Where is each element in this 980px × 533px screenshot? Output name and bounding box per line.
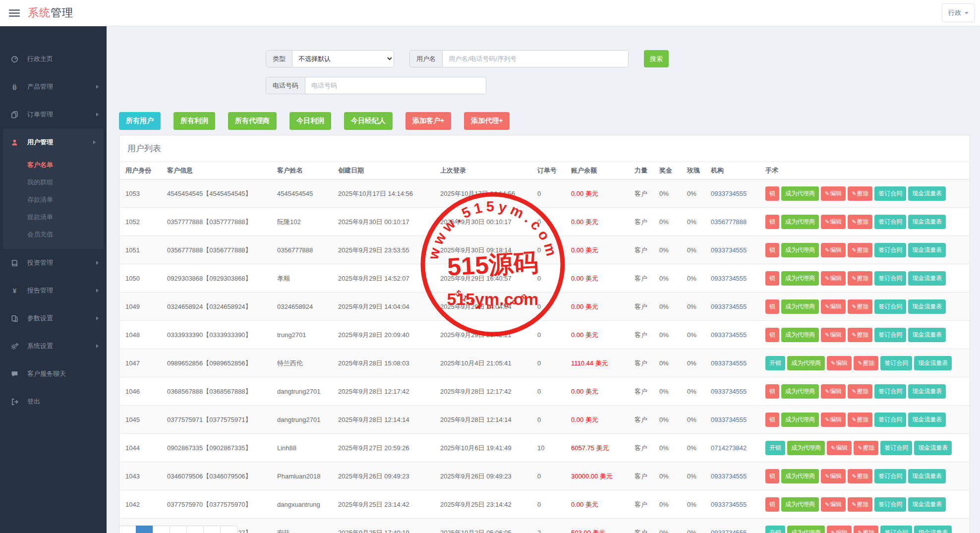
lock-button[interactable]: 锁 bbox=[765, 299, 779, 314]
sidebar-item-chat[interactable]: 客户服务聊天 bbox=[0, 360, 107, 388]
lock-button[interactable]: 锁 bbox=[765, 186, 779, 201]
edit-button[interactable]: ✎编辑 bbox=[821, 384, 846, 399]
sign-contract-button[interactable]: 签订合同 bbox=[874, 413, 906, 427]
become-agent-button[interactable]: 成为代理商 bbox=[781, 469, 819, 483]
sign-contract-button[interactable]: 签订合同 bbox=[874, 243, 906, 257]
lock-button[interactable]: 锁 bbox=[765, 271, 779, 286]
edit-button[interactable]: ✎编辑 bbox=[821, 271, 846, 286]
cashflow-button[interactable]: 现金流量表 bbox=[908, 384, 946, 399]
sidebar-subitem-groups[interactable]: 我的群组 bbox=[3, 174, 104, 191]
erase-button[interactable]: ✎擦除 bbox=[848, 497, 872, 512]
edit-button[interactable]: ✎编辑 bbox=[827, 356, 852, 370]
cashflow-button[interactable]: 现金流量表 bbox=[914, 356, 952, 370]
edit-button[interactable]: ✎编辑 bbox=[821, 186, 846, 201]
add-agent-button[interactable]: 添加代理+ bbox=[464, 112, 510, 130]
all-profit-button[interactable]: 所有利润 bbox=[173, 112, 215, 130]
page-3[interactable]: 3 bbox=[170, 526, 187, 533]
edit-button[interactable]: ✎编辑 bbox=[821, 299, 846, 314]
sidebar-item-orders[interactable]: 订单管理 bbox=[0, 101, 107, 128]
cashflow-button[interactable]: 现金流量表 bbox=[908, 469, 946, 483]
edit-button[interactable]: ✎编辑 bbox=[821, 215, 846, 229]
cell-org-value[interactable]: 0933734555 bbox=[711, 473, 747, 480]
unlock-button[interactable]: 开锁 bbox=[765, 526, 785, 533]
page-next[interactable]: » bbox=[220, 526, 237, 533]
sidebar-item-users[interactable]: 用户管理 bbox=[3, 128, 104, 156]
sidebar-item-settings[interactable]: 系统设置 bbox=[0, 332, 107, 360]
sidebar-item-invest[interactable]: 投资管理 bbox=[0, 249, 107, 277]
cashflow-button[interactable]: 现金流量表 bbox=[908, 215, 946, 229]
sign-contract-button[interactable]: 签订合同 bbox=[874, 469, 906, 483]
sign-contract-button[interactable]: 签订合同 bbox=[880, 356, 912, 370]
sign-contract-button[interactable]: 签订合同 bbox=[874, 299, 906, 314]
sidebar-subitem-recharge[interactable]: 会员充值 bbox=[3, 226, 104, 243]
become-agent-button[interactable]: 成为代理商 bbox=[787, 356, 825, 370]
page-1[interactable]: 1 bbox=[136, 526, 153, 533]
edit-button[interactable]: ✎编辑 bbox=[821, 497, 846, 512]
lock-button[interactable]: 锁 bbox=[765, 328, 779, 342]
search-button[interactable]: 搜索 bbox=[644, 50, 669, 67]
cashflow-button[interactable]: 现金流量表 bbox=[914, 441, 952, 455]
cashflow-button[interactable]: 现金流量表 bbox=[908, 497, 946, 512]
sign-contract-button[interactable]: 签订合同 bbox=[874, 271, 906, 286]
lock-button[interactable]: 锁 bbox=[765, 497, 779, 512]
cashflow-button[interactable]: 现金流量表 bbox=[908, 271, 946, 286]
edit-button[interactable]: ✎编辑 bbox=[821, 413, 846, 427]
add-client-button[interactable]: 添加客户+ bbox=[405, 112, 451, 130]
admin-dropdown-button[interactable]: 行政 bbox=[942, 3, 975, 22]
sidebar-subitem-customers[interactable]: 客户名单 bbox=[3, 156, 104, 174]
edit-button[interactable]: ✎编辑 bbox=[821, 469, 846, 483]
become-agent-button[interactable]: 成为代理商 bbox=[781, 328, 819, 342]
all-agents-button[interactable]: 所有代理商 bbox=[228, 112, 277, 130]
edit-button[interactable]: ✎编辑 bbox=[827, 441, 852, 455]
sidebar-item-dashboard[interactable]: 行政主页 bbox=[0, 45, 107, 73]
cashflow-button[interactable]: 现金流量表 bbox=[908, 243, 946, 257]
erase-button[interactable]: ✎擦除 bbox=[848, 215, 872, 229]
erase-button[interactable]: ✎擦除 bbox=[848, 186, 872, 201]
become-agent-button[interactable]: 成为代理商 bbox=[781, 413, 819, 427]
erase-button[interactable]: ✎擦除 bbox=[848, 413, 872, 427]
cell-org-value[interactable]: 0356777888 bbox=[711, 218, 747, 226]
today-profit-button[interactable]: 今日利润 bbox=[289, 112, 331, 130]
erase-button[interactable]: ✎擦除 bbox=[854, 356, 878, 370]
today-broker-button[interactable]: 今日经纪人 bbox=[344, 112, 393, 130]
cell-org-value[interactable]: 0933734555 bbox=[711, 246, 747, 254]
become-agent-button[interactable]: 成为代理商 bbox=[781, 243, 819, 257]
become-agent-button[interactable]: 成为代理商 bbox=[781, 384, 819, 399]
cell-org-value[interactable]: 0933734555 bbox=[711, 331, 747, 339]
sign-contract-button[interactable]: 签订合同 bbox=[880, 441, 912, 455]
cashflow-button[interactable]: 现金流量表 bbox=[908, 413, 946, 427]
sidebar-item-reports[interactable]: ¥报告管理 bbox=[0, 277, 107, 304]
edit-button[interactable]: ✎编辑 bbox=[821, 328, 846, 342]
become-agent-button[interactable]: 成为代理商 bbox=[787, 441, 825, 455]
become-agent-button[interactable]: 成为代理商 bbox=[781, 271, 819, 286]
cell-org-value[interactable]: 0933734555 bbox=[711, 359, 747, 367]
lock-button[interactable]: 锁 bbox=[765, 243, 779, 257]
sign-contract-button[interactable]: 签订合同 bbox=[874, 384, 906, 399]
cell-org-value[interactable]: 0933734555 bbox=[711, 388, 747, 395]
sign-contract-button[interactable]: 签订合同 bbox=[880, 526, 912, 533]
sidebar-item-params[interactable]: 参数设置 bbox=[0, 304, 107, 332]
menu-toggle-icon[interactable] bbox=[9, 8, 20, 18]
cell-org-value[interactable]: 0714273842 bbox=[711, 444, 747, 452]
erase-button[interactable]: ✎擦除 bbox=[848, 384, 872, 399]
cell-org-value[interactable]: 0933734555 bbox=[711, 416, 747, 423]
cell-org-value[interactable]: 0933734555 bbox=[711, 303, 747, 310]
edit-button[interactable]: ✎编辑 bbox=[827, 526, 852, 533]
cashflow-button[interactable]: 现金流量表 bbox=[908, 186, 946, 201]
lock-button[interactable]: 锁 bbox=[765, 215, 779, 229]
page-2[interactable]: 2 bbox=[153, 526, 170, 533]
become-agent-button[interactable]: 成为代理商 bbox=[787, 526, 825, 533]
page-prev[interactable]: « bbox=[119, 526, 136, 533]
sign-contract-button[interactable]: 签订合同 bbox=[874, 186, 906, 201]
cell-org-value[interactable]: 0933734555 bbox=[711, 501, 747, 508]
sign-contract-button[interactable]: 签订合同 bbox=[874, 497, 906, 512]
sidebar-item-products[interactable]: B产品管理 bbox=[0, 73, 107, 101]
cell-org-value[interactable]: 0933734555 bbox=[711, 275, 747, 282]
username-input[interactable] bbox=[443, 51, 628, 67]
page-4[interactable]: 4 bbox=[186, 526, 204, 533]
erase-button[interactable]: ✎擦除 bbox=[848, 469, 872, 483]
become-agent-button[interactable]: 成为代理商 bbox=[781, 497, 819, 512]
page-5[interactable]: 5 bbox=[203, 526, 221, 533]
sidebar-subitem-withdrawals[interactable]: 提款清单 bbox=[3, 208, 104, 226]
become-agent-button[interactable]: 成为代理商 bbox=[781, 299, 819, 314]
